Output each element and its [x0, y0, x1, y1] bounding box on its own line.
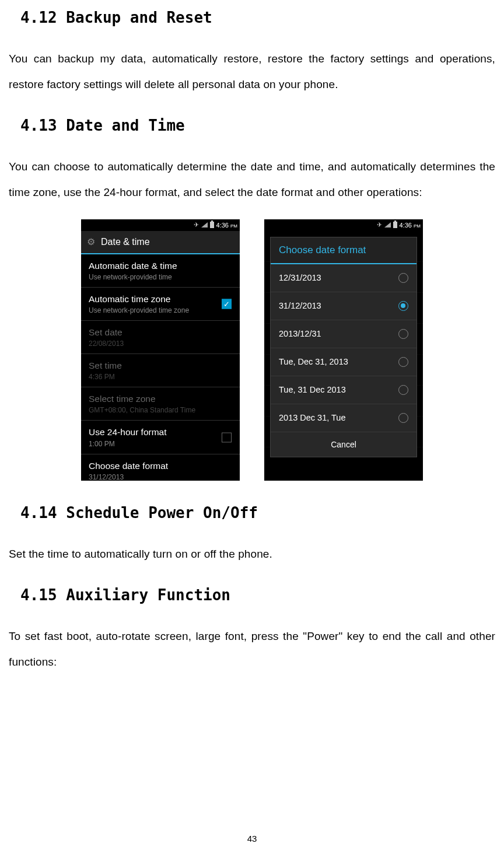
header-title: Date & time — [101, 237, 150, 247]
radio-icon[interactable] — [398, 329, 408, 339]
body-4-13: You can choose to automatically determin… — [9, 154, 495, 205]
signal-icon — [384, 222, 391, 228]
checkbox-icon[interactable] — [222, 432, 232, 442]
screenshot-choose-date-format: 4:36 PM AL AL S2 S4 SG L1 C3 Choose date… — [264, 219, 423, 481]
status-time: 4:36 PM — [216, 222, 237, 229]
battery-icon — [210, 222, 214, 228]
setting-choose-date-format[interactable]: Choose date format 31/12/2013 — [81, 454, 240, 481]
date-format-option[interactable]: 2013 Dec 31, Tue — [271, 404, 416, 432]
date-format-dialog: Choose date format 12/31/2013 31/12/2013… — [270, 237, 417, 457]
date-format-option[interactable]: 31/12/2013 — [271, 292, 416, 320]
date-format-option[interactable]: 12/31/2013 — [271, 264, 416, 292]
body-4-14: Set the time to automatically turn on or… — [9, 541, 495, 567]
setting-select-time-zone: Select time zone GMT+08:00, China Standa… — [81, 387, 240, 421]
setting-24hour-format[interactable]: Use 24-hour format 1:00 PM — [81, 421, 240, 454]
airplane-icon — [194, 221, 199, 229]
body-4-12: You can backup my data, automatically re… — [9, 46, 495, 97]
page-number: 43 — [0, 834, 504, 844]
setting-label: Automatic time zone — [89, 293, 232, 305]
setting-sub: 1:00 PM — [89, 440, 232, 448]
heading-4-15: 4.15 Auxiliary Function — [20, 586, 495, 604]
radio-icon[interactable] — [398, 413, 408, 423]
status-time: 4:36 PM — [400, 222, 421, 229]
option-label: 31/12/2013 — [279, 301, 321, 310]
cancel-button[interactable]: Cancel — [271, 432, 416, 457]
status-bar: 4:36 PM — [264, 219, 423, 231]
dialog-title: Choose date format — [271, 237, 416, 264]
setting-label: Set time — [89, 360, 232, 372]
radio-icon[interactable] — [398, 301, 408, 311]
screenshot-date-time-settings: 4:36 PM ⚙ Date & time Automatic date & t… — [81, 219, 240, 481]
option-label: Tue, 31 Dec 2013 — [279, 385, 346, 394]
setting-auto-date-time[interactable]: Automatic date & time Use network-provid… — [81, 254, 240, 288]
checkbox-icon[interactable] — [222, 299, 232, 309]
airplane-icon — [377, 221, 382, 229]
status-bar: 4:36 PM — [81, 219, 240, 231]
battery-icon — [393, 222, 397, 228]
heading-4-14: 4.14 Schedule Power On/Off — [20, 504, 495, 522]
setting-sub: 22/08/2013 — [89, 340, 232, 348]
setting-label: Use 24-hour format — [89, 426, 232, 438]
setting-sub: GMT+08:00, China Standard Time — [89, 406, 232, 414]
radio-icon[interactable] — [398, 357, 408, 367]
setting-label: Automatic date & time — [89, 260, 232, 272]
heading-4-12: 4.12 Backup and Reset — [20, 9, 495, 26]
body-4-15: To set fast boot, auto-rotate screen, la… — [9, 624, 495, 674]
radio-icon[interactable] — [398, 385, 408, 395]
setting-sub: 4:36 PM — [89, 373, 232, 381]
screenshots-container: 4:36 PM ⚙ Date & time Automatic date & t… — [9, 219, 495, 481]
date-format-option[interactable]: Tue, 31 Dec 2013 — [271, 376, 416, 404]
option-label: 12/31/2013 — [279, 273, 321, 282]
date-format-option[interactable]: Tue, Dec 31, 2013 — [271, 348, 416, 376]
setting-sub: 31/12/2013 — [89, 473, 232, 481]
setting-set-date: Set date 22/08/2013 — [81, 321, 240, 354]
setting-sub: Use network-provided time — [89, 273, 232, 281]
setting-label: Set date — [89, 327, 232, 338]
radio-icon[interactable] — [398, 273, 408, 283]
date-format-option[interactable]: 2013/12/31 — [271, 320, 416, 348]
option-label: 2013/12/31 — [279, 329, 321, 338]
settings-list: Automatic date & time Use network-provid… — [81, 254, 240, 481]
setting-label: Choose date format — [89, 460, 232, 472]
app-header[interactable]: ⚙ Date & time — [81, 231, 240, 254]
heading-4-13: 4.13 Date and Time — [20, 117, 495, 134]
signal-icon — [201, 222, 208, 228]
settings-icon: ⚙ — [87, 236, 95, 247]
setting-label: Select time zone — [89, 393, 232, 405]
setting-auto-time-zone[interactable]: Automatic time zone Use network-provided… — [81, 288, 240, 321]
setting-set-time: Set time 4:36 PM — [81, 354, 240, 387]
option-label: 2013 Dec 31, Tue — [279, 413, 345, 422]
setting-sub: Use network-provided time zone — [89, 306, 232, 314]
option-label: Tue, Dec 31, 2013 — [279, 357, 348, 366]
